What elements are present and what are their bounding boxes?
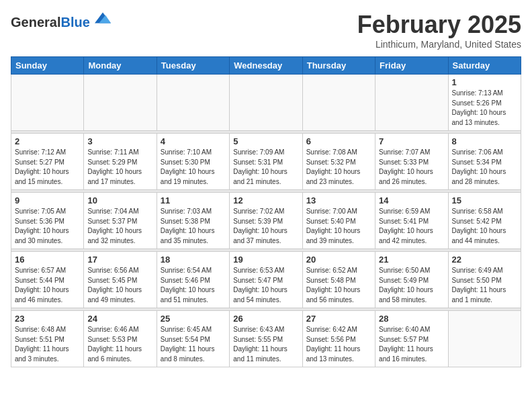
day-info: Sunrise: 6:48 AM Sunset: 5:51 PM Dayligh… bbox=[15, 325, 80, 364]
day-info: Sunrise: 7:02 AM Sunset: 5:39 PM Dayligh… bbox=[233, 207, 298, 246]
calendar-day: 24Sunrise: 6:46 AM Sunset: 5:53 PM Dayli… bbox=[84, 311, 157, 367]
title-block: February 2025 Linthicum, Maryland, Unite… bbox=[357, 11, 521, 50]
calendar-day: 14Sunrise: 6:59 AM Sunset: 5:41 PM Dayli… bbox=[375, 193, 448, 249]
day-number: 21 bbox=[379, 255, 444, 265]
calendar-day bbox=[230, 75, 302, 131]
logo-blue: Blue bbox=[60, 15, 89, 30]
day-info: Sunrise: 7:13 AM Sunset: 5:26 PM Dayligh… bbox=[452, 89, 517, 128]
calendar-day: 4Sunrise: 7:10 AM Sunset: 5:30 PM Daylig… bbox=[157, 134, 229, 190]
calendar-day: 15Sunrise: 6:58 AM Sunset: 5:42 PM Dayli… bbox=[448, 193, 521, 249]
logo: GeneralBlue bbox=[11, 11, 111, 30]
calendar-day: 6Sunrise: 7:08 AM Sunset: 5:32 PM Daylig… bbox=[302, 134, 375, 190]
calendar-day: 18Sunrise: 6:54 AM Sunset: 5:46 PM Dayli… bbox=[157, 252, 229, 308]
day-number: 10 bbox=[87, 195, 152, 205]
weekday-header-monday: Monday bbox=[84, 57, 157, 75]
calendar-day: 25Sunrise: 6:45 AM Sunset: 5:54 PM Dayli… bbox=[157, 311, 229, 367]
logo-general: General bbox=[11, 15, 60, 30]
calendar-day: 10Sunrise: 7:04 AM Sunset: 5:37 PM Dayli… bbox=[84, 193, 157, 249]
day-number: 9 bbox=[15, 195, 80, 205]
day-number: 11 bbox=[161, 195, 226, 205]
day-info: Sunrise: 7:07 AM Sunset: 5:33 PM Dayligh… bbox=[379, 148, 444, 187]
calendar-day: 9Sunrise: 7:05 AM Sunset: 5:36 PM Daylig… bbox=[11, 193, 84, 249]
day-info: Sunrise: 7:11 AM Sunset: 5:29 PM Dayligh… bbox=[87, 148, 152, 187]
day-info: Sunrise: 7:10 AM Sunset: 5:30 PM Dayligh… bbox=[161, 148, 226, 187]
day-info: Sunrise: 7:04 AM Sunset: 5:37 PM Dayligh… bbox=[87, 207, 152, 246]
calendar-day: 28Sunrise: 6:40 AM Sunset: 5:57 PM Dayli… bbox=[375, 311, 448, 367]
calendar-day bbox=[375, 75, 448, 131]
day-number: 15 bbox=[452, 195, 517, 205]
day-number: 22 bbox=[452, 255, 517, 265]
day-info: Sunrise: 6:52 AM Sunset: 5:48 PM Dayligh… bbox=[306, 266, 371, 305]
calendar-day: 3Sunrise: 7:11 AM Sunset: 5:29 PM Daylig… bbox=[84, 134, 157, 190]
day-number: 26 bbox=[233, 314, 298, 324]
calendar-day: 23Sunrise: 6:48 AM Sunset: 5:51 PM Dayli… bbox=[11, 311, 84, 367]
day-number: 7 bbox=[379, 136, 444, 146]
calendar-day: 17Sunrise: 6:56 AM Sunset: 5:45 PM Dayli… bbox=[84, 252, 157, 308]
calendar-day: 16Sunrise: 6:57 AM Sunset: 5:44 PM Dayli… bbox=[11, 252, 84, 308]
day-info: Sunrise: 6:42 AM Sunset: 5:56 PM Dayligh… bbox=[306, 325, 371, 364]
day-info: Sunrise: 7:12 AM Sunset: 5:27 PM Dayligh… bbox=[15, 148, 80, 187]
calendar-day: 7Sunrise: 7:07 AM Sunset: 5:33 PM Daylig… bbox=[375, 134, 448, 190]
day-number: 27 bbox=[306, 314, 371, 324]
day-number: 12 bbox=[233, 195, 298, 205]
day-info: Sunrise: 7:08 AM Sunset: 5:32 PM Dayligh… bbox=[306, 148, 371, 187]
day-info: Sunrise: 6:57 AM Sunset: 5:44 PM Dayligh… bbox=[15, 266, 80, 305]
day-number: 14 bbox=[379, 195, 444, 205]
day-info: Sunrise: 6:50 AM Sunset: 5:49 PM Dayligh… bbox=[379, 266, 444, 305]
calendar-day bbox=[448, 311, 521, 367]
calendar-week-5: 23Sunrise: 6:48 AM Sunset: 5:51 PM Dayli… bbox=[11, 311, 521, 367]
calendar-day bbox=[157, 75, 229, 131]
weekday-header-saturday: Saturday bbox=[448, 57, 521, 75]
day-info: Sunrise: 6:45 AM Sunset: 5:54 PM Dayligh… bbox=[161, 325, 226, 364]
day-number: 8 bbox=[452, 136, 517, 146]
weekday-header-friday: Friday bbox=[375, 57, 448, 75]
weekday-header-tuesday: Tuesday bbox=[157, 57, 229, 75]
calendar-day: 20Sunrise: 6:52 AM Sunset: 5:48 PM Dayli… bbox=[302, 252, 375, 308]
day-info: Sunrise: 6:58 AM Sunset: 5:42 PM Dayligh… bbox=[452, 207, 517, 246]
calendar-table: SundayMondayTuesdayWednesdayThursdayFrid… bbox=[11, 56, 521, 367]
day-number: 16 bbox=[15, 255, 80, 265]
calendar-day: 22Sunrise: 6:49 AM Sunset: 5:50 PM Dayli… bbox=[448, 252, 521, 308]
calendar-day: 1Sunrise: 7:13 AM Sunset: 5:26 PM Daylig… bbox=[448, 75, 521, 131]
calendar-day: 21Sunrise: 6:50 AM Sunset: 5:49 PM Dayli… bbox=[375, 252, 448, 308]
day-info: Sunrise: 6:53 AM Sunset: 5:47 PM Dayligh… bbox=[233, 266, 298, 305]
calendar-day: 19Sunrise: 6:53 AM Sunset: 5:47 PM Dayli… bbox=[230, 252, 302, 308]
day-number: 18 bbox=[161, 255, 226, 265]
weekday-header-row: SundayMondayTuesdayWednesdayThursdayFrid… bbox=[11, 57, 521, 75]
day-number: 13 bbox=[306, 195, 371, 205]
calendar-week-2: 2Sunrise: 7:12 AM Sunset: 5:27 PM Daylig… bbox=[11, 134, 521, 190]
day-info: Sunrise: 6:43 AM Sunset: 5:55 PM Dayligh… bbox=[233, 325, 298, 364]
day-number: 3 bbox=[87, 136, 152, 146]
calendar-day: 26Sunrise: 6:43 AM Sunset: 5:55 PM Dayli… bbox=[230, 311, 302, 367]
day-info: Sunrise: 6:54 AM Sunset: 5:46 PM Dayligh… bbox=[161, 266, 226, 305]
weekday-header-wednesday: Wednesday bbox=[230, 57, 302, 75]
day-number: 25 bbox=[161, 314, 226, 324]
day-number: 4 bbox=[161, 136, 226, 146]
calendar-day: 2Sunrise: 7:12 AM Sunset: 5:27 PM Daylig… bbox=[11, 134, 84, 190]
month-title: February 2025 bbox=[357, 11, 521, 39]
calendar-day bbox=[84, 75, 157, 131]
weekday-header-thursday: Thursday bbox=[302, 57, 375, 75]
calendar-day: 27Sunrise: 6:42 AM Sunset: 5:56 PM Dayli… bbox=[302, 311, 375, 367]
day-number: 24 bbox=[87, 314, 152, 324]
location-title: Linthicum, Maryland, United States bbox=[357, 39, 521, 50]
day-info: Sunrise: 7:06 AM Sunset: 5:34 PM Dayligh… bbox=[452, 148, 517, 187]
day-number: 6 bbox=[306, 136, 371, 146]
day-number: 2 bbox=[15, 136, 80, 146]
calendar-week-3: 9Sunrise: 7:05 AM Sunset: 5:36 PM Daylig… bbox=[11, 193, 521, 249]
page-header: GeneralBlue February 2025 Linthicum, Mar… bbox=[11, 11, 521, 50]
day-number: 23 bbox=[15, 314, 80, 324]
day-info: Sunrise: 6:56 AM Sunset: 5:45 PM Dayligh… bbox=[87, 266, 152, 305]
calendar-day bbox=[302, 75, 375, 131]
calendar-week-1: 1Sunrise: 7:13 AM Sunset: 5:26 PM Daylig… bbox=[11, 75, 521, 131]
day-info: Sunrise: 7:05 AM Sunset: 5:36 PM Dayligh… bbox=[15, 207, 80, 246]
calendar-day: 11Sunrise: 7:03 AM Sunset: 5:38 PM Dayli… bbox=[157, 193, 229, 249]
calendar-week-4: 16Sunrise: 6:57 AM Sunset: 5:44 PM Dayli… bbox=[11, 252, 521, 308]
day-info: Sunrise: 6:40 AM Sunset: 5:57 PM Dayligh… bbox=[379, 325, 444, 364]
calendar-day: 12Sunrise: 7:02 AM Sunset: 5:39 PM Dayli… bbox=[230, 193, 302, 249]
day-info: Sunrise: 7:03 AM Sunset: 5:38 PM Dayligh… bbox=[161, 207, 226, 246]
weekday-header-sunday: Sunday bbox=[11, 57, 84, 75]
calendar-day: 5Sunrise: 7:09 AM Sunset: 5:31 PM Daylig… bbox=[230, 134, 302, 190]
day-number: 5 bbox=[233, 136, 298, 146]
day-number: 28 bbox=[379, 314, 444, 324]
